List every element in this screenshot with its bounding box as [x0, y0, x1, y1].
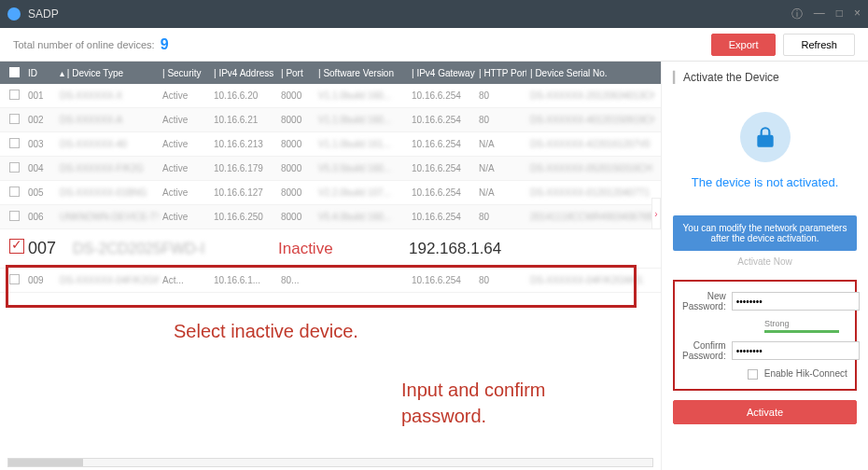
password-form: New Password: Strong Confirm Password: E…: [673, 280, 857, 391]
table-row[interactable]: 006 UNKNOWN-DEVICE-TYPE Active 10.16.6.2…: [0, 205, 661, 229]
device-count-value: 9: [161, 36, 169, 53]
cell-id: 007: [24, 239, 69, 258]
col-security[interactable]: | Security: [159, 68, 210, 78]
table-row[interactable]: 002 DS-XXXXXX-A Active 10.16.6.21 8000 V…: [0, 108, 661, 132]
row-checkbox[interactable]: [9, 211, 20, 221]
toolbar: Total number of online devices: 9 Export…: [0, 28, 868, 62]
col-ipv4[interactable]: | IPv4 Address: [210, 68, 277, 78]
title-bar: SADP ⓘ — □ ×: [0, 0, 868, 28]
refresh-button[interactable]: Refresh: [783, 34, 855, 56]
close-icon[interactable]: ×: [854, 7, 861, 22]
panel-title: Activate the Device: [673, 71, 857, 84]
row-checkbox[interactable]: [9, 114, 20, 124]
col-version[interactable]: | Software Version: [315, 68, 408, 78]
confirm-password-label: Confirm Password:: [682, 340, 732, 361]
col-port[interactable]: | Port: [277, 68, 315, 78]
help-icon[interactable]: ⓘ: [791, 7, 803, 22]
new-password-input[interactable]: [732, 292, 860, 311]
table-row-selected[interactable]: 007 DS-2CD2025FWD-I Inactive 192.168.1.6…: [0, 229, 661, 269]
activate-device-panel: Activate the Device The device is not ac…: [661, 62, 868, 470]
table-row[interactable]: 003 DS-XXXXXX-40 Active 10.16.6.213 8000…: [0, 132, 661, 157]
enable-hik-connect[interactable]: Enable Hik-Connect: [748, 368, 847, 380]
row-checkbox[interactable]: [9, 274, 20, 284]
hik-connect-checkbox[interactable]: [748, 369, 758, 380]
app-title: SADP: [28, 7, 791, 21]
table-row[interactable]: 009 DS-XXXXXX-04F/K2GW Act... 10.16.6.1.…: [0, 269, 661, 293]
device-count-label: Total number of online devices:: [13, 39, 155, 50]
row-checkbox[interactable]: [9, 90, 20, 100]
col-device-type[interactable]: ▴ | Device Type: [56, 68, 159, 78]
select-all-checkbox[interactable]: [9, 67, 20, 77]
export-button[interactable]: Export: [711, 34, 777, 56]
table-row[interactable]: 001 DS-XXXXXX-X Active 10.16.6.20 8000 V…: [0, 84, 661, 108]
annotation-select-device: Select inactive device.: [174, 321, 358, 342]
window-controls: ⓘ — □ ×: [791, 7, 861, 22]
row-checkbox[interactable]: [9, 239, 24, 254]
col-id[interactable]: ID: [24, 68, 56, 78]
cell-device-type: DS-2CD2025FWD-I: [69, 241, 274, 257]
minimize-icon[interactable]: —: [814, 7, 825, 22]
expand-panel-icon[interactable]: ›: [651, 198, 661, 229]
device-list-pane: ID ▴ | Device Type | Security | IPv4 Add…: [0, 62, 661, 470]
table-header: ID ▴ | Device Type | Security | IPv4 Add…: [0, 62, 661, 84]
row-checkbox[interactable]: [9, 187, 20, 197]
horizontal-scrollbar[interactable]: [7, 458, 653, 467]
activation-tip: You can modify the network parameters af…: [673, 215, 857, 251]
activate-button[interactable]: Activate: [673, 400, 857, 424]
app-logo-icon: [7, 7, 21, 21]
col-gateway[interactable]: | IPv4 Gateway: [408, 68, 475, 78]
row-checkbox[interactable]: [9, 162, 20, 173]
col-serial[interactable]: | Device Serial No.: [526, 68, 655, 78]
maximize-icon[interactable]: □: [836, 7, 843, 22]
table-row[interactable]: 004 DS-XXXXXX-F/K2G Active 10.16.6.179 8…: [0, 157, 661, 181]
table-row[interactable]: 005 DS-XXXXXX-01BNG Active 10.16.6.127 8…: [0, 181, 661, 205]
cell-ip: 192.168.1.64: [405, 240, 655, 258]
annotation-input-password: Input and confirm password.: [401, 377, 546, 429]
activate-now-label: Activate Now: [673, 251, 857, 276]
password-strength: Strong: [764, 319, 847, 333]
lock-icon: [740, 112, 791, 162]
row-checkbox[interactable]: [9, 138, 20, 148]
cell-security-status: Inactive: [274, 240, 405, 258]
not-activated-message: The device is not activated.: [692, 175, 839, 189]
new-password-label: New Password:: [682, 291, 732, 311]
col-http-port[interactable]: | HTTP Port: [475, 68, 526, 78]
confirm-password-input[interactable]: [732, 341, 860, 360]
